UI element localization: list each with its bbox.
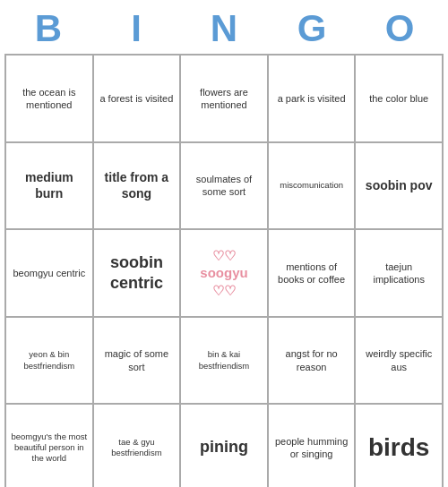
bingo-cell-20: beomgyu's the most beautiful person in t… [5,404,93,487]
bingo-grid: the ocean is mentioneda forest is visite… [4,54,444,487]
bingo-cell-18: angst for no reason [268,317,356,405]
bingo-cell-2: flowers are mentioned [180,55,268,142]
bingo-cell-1: a forest is visited [93,55,181,142]
bingo-cell-5: medium burn [5,142,93,230]
bingo-letter-i: I [97,7,176,50]
bingo-cell-4: the color blue [355,55,443,142]
bingo-cell-24: birds [355,404,443,487]
bingo-cell-0: the ocean is mentioned [5,55,93,142]
bingo-cell-22: pining [180,404,268,487]
bingo-cell-3: a park is visited [268,55,356,142]
bingo-cell-19: weirdly specific aus [355,317,443,405]
bingo-cell-16: magic of some sort [93,317,181,405]
bingo-card: BINGO the ocean is mentioneda forest is … [4,7,444,487]
bingo-cell-7: soulmates of some sort [180,142,268,230]
bingo-cell-13: mentions of books or coffee [268,229,356,317]
bingo-cell-8: miscomunication [268,142,356,230]
bingo-header: BINGO [4,7,444,50]
bingo-cell-12: ♡♡ soogyu ♡♡ [180,229,268,317]
bingo-cell-10: beomgyu centric [5,229,93,317]
bingo-cell-14: taejun implications [355,229,443,317]
bingo-cell-6: title from a song [93,142,181,230]
bingo-cell-9: soobin pov [355,142,443,230]
bingo-cell-15: yeon & bin bestfriendism [5,317,93,405]
bingo-cell-21: tae & gyu bestfriendism [93,404,181,487]
bingo-cell-23: people humming or singing [268,404,356,487]
bingo-letter-n: N [185,7,263,50]
bingo-cell-17: bin & kai bestfriendism [180,317,268,405]
bingo-cell-11: soobin centric [93,229,181,317]
bingo-letter-g: G [272,7,351,50]
bingo-letter-b: B [9,7,88,50]
bingo-letter-o: O [360,7,439,50]
